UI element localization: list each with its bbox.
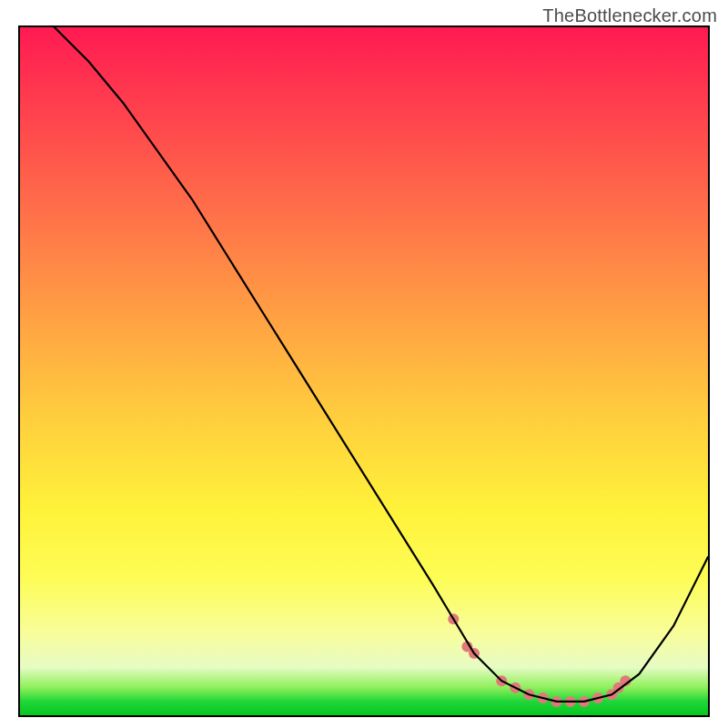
- marker-group: [448, 613, 631, 707]
- bottleneck-curve: [55, 27, 708, 702]
- chart-container: TheBottlenecker.com: [0, 0, 728, 728]
- plot-area: [18, 25, 710, 717]
- watermark-text: TheBottlenecker.com: [542, 5, 717, 26]
- curve-svg: [20, 27, 708, 715]
